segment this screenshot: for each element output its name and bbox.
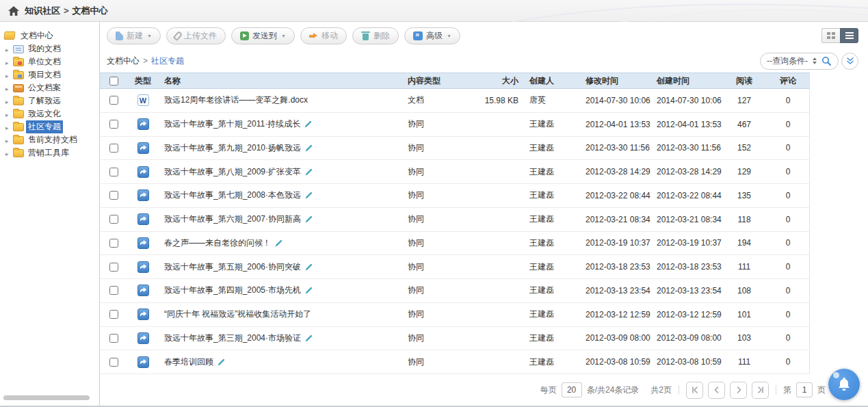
- edit-pencil-icon[interactable]: [275, 239, 282, 247]
- sidebar-root-doc-center[interactable]: 文档中心: [0, 29, 99, 42]
- document-link[interactable]: 致远十年故事_第九期_2010·扬帆致远: [164, 142, 301, 154]
- document-link[interactable]: 致远12周年老徐讲话——变革之舞.docx: [164, 94, 308, 106]
- toolbar-button[interactable]: 删除: [352, 27, 399, 44]
- row-select-cell: [100, 239, 127, 248]
- created-time-cell: 2012-03-21 08:34: [651, 215, 722, 224]
- edit-pencil-icon[interactable]: [305, 168, 313, 176]
- expand-arrow-icon[interactable]: [5, 109, 11, 119]
- document-link[interactable]: 春季培训回顾: [164, 356, 213, 368]
- sidebar-item[interactable]: 了解致远: [0, 94, 99, 107]
- row-checkbox[interactable]: [109, 310, 118, 319]
- select-all-checkbox[interactable]: [109, 77, 118, 86]
- row-checkbox[interactable]: [109, 168, 118, 176]
- collaboration-file-glyph: [140, 239, 147, 247]
- breadcrumb-doc-center[interactable]: 文档中心: [73, 5, 108, 17]
- home-icon[interactable]: [8, 6, 19, 16]
- sidebar-item[interactable]: 单位文档: [0, 55, 99, 68]
- document-link[interactable]: 致远十年故事_第七期_2008·本色致远: [164, 189, 301, 201]
- sidebar-item[interactable]: 公文档案: [0, 81, 99, 94]
- edit-pencil-icon[interactable]: [305, 263, 313, 271]
- sidebar-tree: 我的文档 单位文档 项目文档: [0, 42, 99, 159]
- toolbar-button[interactable]: 高级: [404, 27, 460, 44]
- first-page-button[interactable]: [686, 382, 703, 399]
- row-checkbox[interactable]: [109, 263, 118, 272]
- document-link[interactable]: “同庆十年 祝福致远”祝福收集活动开始了: [164, 308, 311, 320]
- edit-pencil-icon[interactable]: [305, 192, 313, 199]
- page-label-suffix: 页: [817, 384, 826, 396]
- row-checkbox[interactable]: [109, 144, 118, 153]
- content-type-cell: 协同: [402, 118, 464, 130]
- expand-arrow-icon[interactable]: [5, 135, 11, 145]
- toolbar-button[interactable]: 移动: [300, 27, 347, 44]
- table-header-row: 类型 名称 内容类型 大小 创建人 修改时间 创建时间 阅读 评论: [100, 73, 809, 89]
- row-name-cell: 致远十年故事_第十期_2011·持续成长: [159, 118, 402, 130]
- row-checkbox[interactable]: [109, 215, 118, 224]
- select-spinner-icon[interactable]: [813, 57, 817, 64]
- expand-arrow-icon[interactable]: [5, 83, 11, 93]
- sidebar-item[interactable]: 项目文档: [0, 68, 99, 81]
- edit-pencil-icon[interactable]: [305, 334, 313, 342]
- expand-arrow-icon[interactable]: [5, 122, 11, 132]
- reads-cell: 118: [722, 215, 766, 224]
- search-button[interactable]: [821, 56, 832, 66]
- sidebar-horizontal-scrollbar[interactable]: [3, 395, 90, 400]
- sidebar-item[interactable]: 致远文化: [0, 107, 99, 120]
- header-comments: 评论: [766, 75, 810, 87]
- row-checkbox[interactable]: [109, 191, 118, 200]
- document-link[interactable]: 致远十年故事_第五期_2006·协同突破: [164, 261, 301, 273]
- toolbar-button[interactable]: 上传文件: [166, 27, 226, 44]
- creator-cell: 王建磊: [524, 213, 580, 225]
- folder-icon: [13, 45, 24, 53]
- expand-arrow-icon[interactable]: [5, 70, 11, 80]
- expand-arrow-icon[interactable]: [5, 57, 11, 67]
- document-link[interactable]: 春之声——来自老徐的问候！: [164, 237, 271, 249]
- sidebar-item[interactable]: 营销工具库: [0, 146, 99, 159]
- row-checkbox[interactable]: [109, 239, 118, 248]
- sidebar-item[interactable]: 社区专题: [0, 120, 99, 133]
- modified-time-cell: 2012-03-19 10:37: [580, 238, 651, 248]
- search-filter-select[interactable]: --查询条件-: [767, 55, 808, 67]
- toolbar-button[interactable]: 发送到: [231, 27, 295, 44]
- expand-arrow-icon[interactable]: [5, 44, 11, 54]
- sidebar-item[interactable]: 我的文档: [0, 42, 99, 55]
- advanced-search-toggle[interactable]: [841, 53, 858, 70]
- prev-page-button[interactable]: [708, 382, 725, 399]
- breadcrumb-current-folder[interactable]: 社区专题: [151, 55, 184, 67]
- edit-pencil-icon[interactable]: [305, 215, 313, 223]
- comments-cell: 0: [766, 262, 810, 272]
- edit-pencil-icon[interactable]: [304, 120, 312, 128]
- next-page-button[interactable]: [730, 382, 747, 399]
- created-time-cell: 2012-03-22 08:44: [651, 191, 722, 200]
- sidebar-item[interactable]: 售前支持文档: [0, 133, 99, 146]
- sidebar-item-label: 单位文档: [26, 55, 63, 68]
- row-select-cell: [100, 334, 127, 343]
- last-page-button[interactable]: [752, 382, 769, 399]
- document-link[interactable]: 致远十年故事_第十期_2011·持续成长: [164, 118, 300, 130]
- row-checkbox[interactable]: [109, 334, 118, 343]
- grid-view-button[interactable]: [821, 28, 840, 43]
- row-checkbox[interactable]: [109, 96, 118, 105]
- breadcrumb-doc-center-link[interactable]: 文档中心: [107, 55, 140, 67]
- folder-icon: [13, 84, 24, 92]
- document-link[interactable]: 致远十年故事_第四期_2005·市场先机: [164, 285, 301, 296]
- creator-cell: 王建磊: [524, 308, 580, 320]
- created-time-cell: 2012-03-19 10:37: [651, 238, 722, 248]
- document-link[interactable]: 致远十年故事_第六期_2007·协同新高: [164, 213, 301, 225]
- row-checkbox[interactable]: [109, 286, 118, 295]
- row-checkbox[interactable]: [109, 358, 118, 367]
- document-link[interactable]: 致远十年故事_第八期_2009·扩张变革: [164, 166, 301, 178]
- expand-arrow-icon[interactable]: [5, 96, 11, 106]
- list-view-button[interactable]: [840, 28, 858, 43]
- expand-arrow-icon[interactable]: [5, 148, 11, 158]
- toolbar-button[interactable]: 新建: [107, 27, 161, 44]
- edit-pencil-icon[interactable]: [305, 144, 313, 152]
- row-select-cell: [100, 310, 127, 319]
- edit-pencil-icon[interactable]: [305, 287, 313, 294]
- breadcrumb-knowledge-community[interactable]: 知识社区: [25, 5, 60, 17]
- per-page-input[interactable]: [562, 382, 582, 397]
- notification-bell-button[interactable]: [828, 369, 860, 400]
- page-number-input[interactable]: [796, 382, 813, 397]
- row-checkbox[interactable]: [109, 120, 118, 129]
- edit-pencil-icon[interactable]: [218, 358, 225, 366]
- document-link[interactable]: 致远十年故事_第三期_2004·市场验证: [164, 332, 301, 344]
